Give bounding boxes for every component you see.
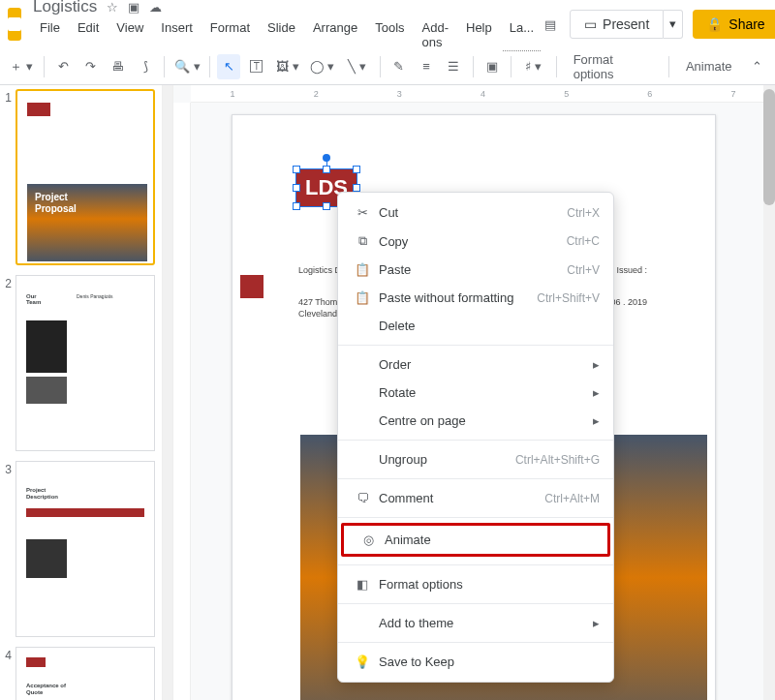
menu-tools[interactable]: Tools [368, 18, 411, 51]
ctx-cut[interactable]: ✂ Cut Ctrl+X [338, 198, 613, 227]
ctx-centre-on-page[interactable]: Centre on page ▸ [338, 407, 613, 435]
resize-handle[interactable] [293, 202, 300, 210]
present-label: Present [603, 16, 649, 32]
menu-insert[interactable]: Insert [154, 18, 200, 51]
ctx-save-to-keep[interactable]: 💡 Save to Keep [338, 648, 613, 676]
resize-handle[interactable] [323, 202, 330, 210]
ctx-paste[interactable]: 📋 Paste Ctrl+V [338, 256, 613, 284]
toolbar: ＋ ▾ ↶ ↷ 🖶 ⟆ 🔍 ▾ ↖ 🅃 🖼 ▾ ◯ ▾ ╲ ▾ ✎ ≡ ☰ ▣ … [0, 48, 775, 85]
animate-button[interactable]: Animate [676, 59, 742, 74]
menu-last-edit[interactable]: La... [503, 18, 541, 51]
submenu-arrow-icon: ▸ [593, 413, 600, 428]
ctx-rotate[interactable]: Rotate ▸ [338, 379, 613, 407]
menubar: File Edit View Insert Format Slide Arran… [33, 18, 541, 51]
resize-handle[interactable] [293, 166, 300, 173]
move-icon[interactable]: ▣ [128, 0, 140, 15]
resize-handle[interactable] [293, 184, 300, 192]
share-label: Share [728, 16, 764, 32]
format-icon: ◧ [352, 577, 373, 592]
rotate-handle[interactable] [323, 154, 330, 162]
header: Logistics ☆ ▣ ☁ File Edit View Insert Fo… [0, 0, 775, 48]
menu-arrange[interactable]: Arrange [306, 18, 364, 51]
undo-button[interactable]: ↶ [51, 54, 75, 79]
resize-handle[interactable] [323, 166, 330, 173]
ctx-copy[interactable]: ⧉ Copy Ctrl+C [338, 227, 613, 256]
menu-file[interactable]: File [33, 18, 67, 51]
resize-handle[interactable] [353, 166, 360, 173]
collapse-toolbar-icon[interactable]: ⌃ [746, 54, 769, 79]
paste-plain-icon: 📋 [352, 290, 373, 305]
context-menu: ✂ Cut Ctrl+X ⧉ Copy Ctrl+C 📋 Paste Ctrl+… [337, 192, 614, 683]
menu-edit[interactable]: Edit [71, 18, 106, 51]
menu-slide[interactable]: Slide [261, 18, 302, 51]
cloud-status-icon: ☁ [149, 0, 162, 15]
canvas-scrollbar[interactable] [763, 85, 775, 700]
keep-icon: 💡 [352, 654, 373, 669]
share-button[interactable]: 🔒 Share [693, 10, 775, 39]
comments-icon[interactable]: ▤ [541, 15, 560, 34]
shape-tool[interactable]: ◯ ▾ [307, 54, 338, 79]
thumb-num-1: 1 [2, 89, 16, 265]
print-button[interactable]: 🖶 [107, 54, 130, 79]
select-tool[interactable]: ↖ [217, 54, 240, 79]
vertical-ruler [173, 103, 191, 700]
horizontal-ruler: 1234567 [191, 85, 775, 103]
document-title[interactable]: Logistics [33, 0, 97, 16]
present-dropdown[interactable]: ▾ [664, 10, 683, 39]
submenu-arrow-icon: ▸ [593, 357, 600, 372]
ctx-ungroup[interactable]: Ungroup Ctrl+Alt+Shift+G [338, 445, 613, 473]
menu-addons[interactable]: Add-ons [416, 18, 455, 51]
thumbnail-rail: 1 Project Proposal 2 Our Team Denis Pana… [0, 85, 163, 700]
ctx-format-options[interactable]: ◧ Format options [338, 570, 613, 598]
ctx-comment[interactable]: 🗨 Comment Ctrl+Alt+M [338, 484, 613, 512]
thumb-num-3: 3 [2, 461, 16, 637]
border-weight-button[interactable]: ☰ [442, 54, 465, 79]
format-options-button[interactable]: Format options [564, 52, 662, 81]
star-icon[interactable]: ☆ [107, 0, 118, 15]
thumbnail-2[interactable]: Our Team Denis Panagiotis [16, 275, 155, 451]
line-tool[interactable]: ╲ ▾ [342, 54, 373, 79]
ctx-order[interactable]: Order ▸ [338, 350, 613, 379]
ctx-delete[interactable]: Delete [338, 312, 613, 340]
copy-icon: ⧉ [352, 233, 373, 249]
comment-icon: 🗨 [352, 491, 373, 505]
fill-button[interactable]: ✎ [387, 54, 410, 79]
lock-icon: 🔒 [706, 16, 723, 32]
arrange-button[interactable]: ♯ ▾ [518, 54, 549, 79]
ctx-animate[interactable]: ◎ Animate [341, 523, 610, 557]
thumbnail-3[interactable]: Project Description [16, 461, 155, 637]
thumb-num-2: 2 [2, 275, 16, 451]
thumbnail-4[interactable]: Acceptance of Quote [16, 647, 155, 700]
present-button[interactable]: ▭ Present [570, 10, 664, 39]
animate-icon: ◎ [357, 533, 379, 547]
app-logo-icon[interactable] [8, 8, 21, 41]
new-slide-button[interactable]: ＋ ▾ [6, 54, 37, 79]
image-tool[interactable]: 🖼 ▾ [272, 54, 303, 79]
align-button[interactable]: ▣ [480, 54, 504, 79]
menu-help[interactable]: Help [459, 18, 499, 51]
cut-icon: ✂ [352, 205, 373, 220]
thumbnail-scrollbar[interactable] [163, 85, 173, 700]
slide-red-block [240, 275, 264, 298]
present-icon: ▭ [584, 16, 597, 32]
resize-handle[interactable] [353, 184, 360, 192]
paint-format-button[interactable]: ⟆ [134, 54, 157, 79]
thumb-num-4: 4 [2, 647, 16, 700]
ctx-add-to-theme[interactable]: Add to theme ▸ [338, 609, 613, 637]
redo-button[interactable]: ↷ [78, 54, 102, 79]
border-color-button[interactable]: ≡ [415, 54, 438, 79]
menu-format[interactable]: Format [203, 18, 257, 51]
zoom-button[interactable]: 🔍 ▾ [171, 54, 202, 79]
submenu-arrow-icon: ▸ [593, 616, 600, 630]
paste-icon: 📋 [352, 262, 373, 277]
ctx-paste-without-formatting[interactable]: 📋 Paste without formatting Ctrl+Shift+V [338, 284, 613, 312]
textbox-tool[interactable]: 🅃 [244, 54, 267, 79]
thumbnail-1[interactable]: Project Proposal [16, 89, 155, 265]
menu-view[interactable]: View [109, 18, 150, 51]
submenu-arrow-icon: ▸ [593, 385, 600, 400]
